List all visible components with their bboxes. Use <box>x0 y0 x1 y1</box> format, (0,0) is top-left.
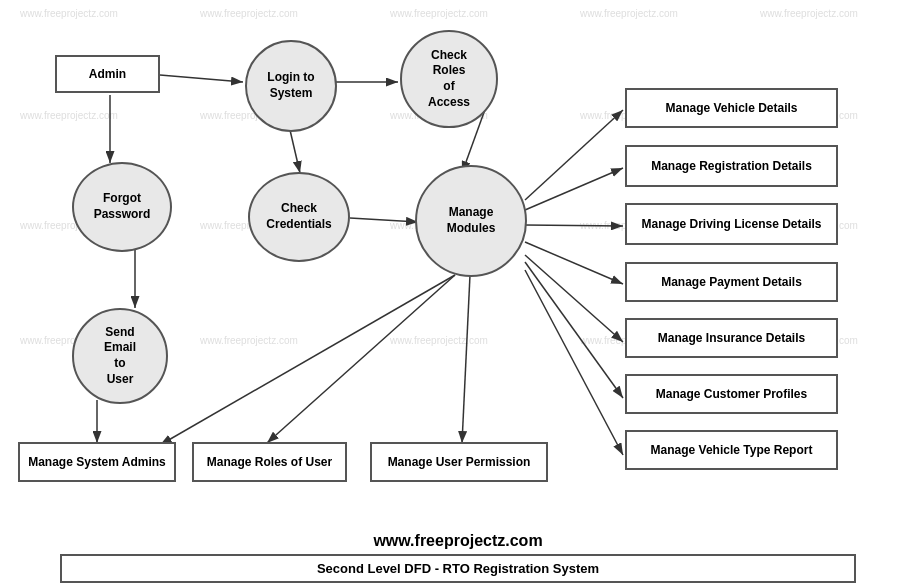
svg-line-10 <box>267 275 455 443</box>
svg-line-4 <box>290 130 300 173</box>
svg-line-9 <box>160 275 455 445</box>
manage-registration-rect: Manage Registration Details <box>625 145 838 187</box>
watermark-3: www.freeprojectz.com <box>390 8 488 19</box>
manage-system-admins-rect: Manage System Admins <box>18 442 176 482</box>
login-circle: Login to System <box>245 40 337 132</box>
watermark-18: www.freeprojectz.com <box>390 335 488 346</box>
diagram-area: www.freeprojectz.com www.freeprojectz.co… <box>0 0 916 587</box>
svg-line-18 <box>525 270 623 455</box>
svg-line-6 <box>350 218 418 222</box>
svg-line-15 <box>525 242 623 284</box>
manage-customer-rect: Manage Customer Profiles <box>625 374 838 414</box>
svg-line-14 <box>525 225 623 226</box>
check-roles-circle: CheckRolesofAccess <box>400 30 498 128</box>
watermark-17: www.freeprojectz.com <box>200 335 298 346</box>
watermark-2: www.freeprojectz.com <box>200 8 298 19</box>
manage-insurance-rect: Manage Insurance Details <box>625 318 838 358</box>
watermark-5: www.freeprojectz.com <box>760 8 858 19</box>
manage-vehicle-type-rect: Manage Vehicle Type Report <box>625 430 838 470</box>
manage-roles-rect: Manage Roles of User <box>192 442 347 482</box>
manage-vehicle-rect: Manage Vehicle Details <box>625 88 838 128</box>
svg-line-13 <box>525 168 623 210</box>
title-bar: Second Level DFD - RTO Registration Syst… <box>60 554 856 583</box>
manage-modules-circle: ManageModules <box>415 165 527 277</box>
manage-driving-rect: Manage Driving License Details <box>625 203 838 245</box>
watermark-1: www.freeprojectz.com <box>20 8 118 19</box>
svg-line-1 <box>160 75 243 82</box>
svg-line-16 <box>525 255 623 342</box>
admin-rect: Admin <box>55 55 160 93</box>
manage-user-permission-rect: Manage User Permission <box>370 442 548 482</box>
send-email-circle: SendEmailtoUser <box>72 308 168 404</box>
forgot-password-circle: ForgotPassword <box>72 162 172 252</box>
watermark-4: www.freeprojectz.com <box>580 8 678 19</box>
manage-payment-rect: Manage Payment Details <box>625 262 838 302</box>
svg-line-17 <box>525 262 623 398</box>
check-credentials-circle: CheckCredentials <box>248 172 350 262</box>
svg-line-12 <box>525 110 623 200</box>
svg-line-11 <box>462 275 470 443</box>
website-label: www.freeprojectz.com <box>0 528 916 552</box>
bottom-bar: www.freeprojectz.com Second Level DFD - … <box>0 528 916 587</box>
watermark-6: www.freeprojectz.com <box>20 110 118 121</box>
